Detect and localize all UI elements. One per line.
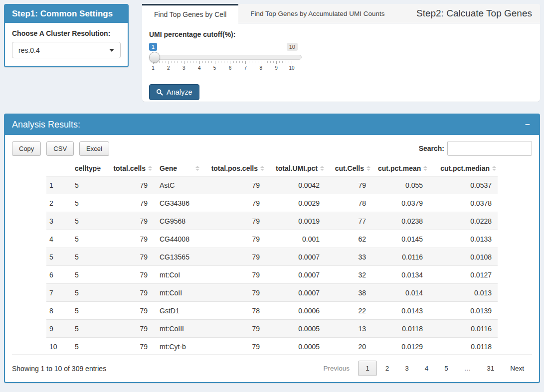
slider-major-tick	[261, 61, 261, 64]
table-cell: 3	[46, 212, 69, 230]
slider-minor-tick	[227, 61, 227, 63]
table-cell: 0.0118	[429, 338, 498, 356]
copy-button[interactable]: Copy	[12, 141, 41, 156]
slider-major-tick	[276, 61, 277, 64]
table-cell: 0.0108	[429, 248, 498, 266]
table-cell: 5	[69, 194, 101, 212]
results-table: celltypetotal.cellsGenetotal.pos.cellsto…	[46, 161, 498, 355]
excel-button[interactable]: Excel	[79, 141, 109, 156]
table-cell: CG13565	[154, 248, 201, 266]
slider-minor-tick	[270, 61, 271, 63]
analyze-button[interactable]: Analyze	[149, 84, 199, 100]
sort-arrows-icon	[96, 166, 100, 171]
slider-minor-tick	[282, 61, 283, 63]
table-cell: 79	[101, 320, 154, 338]
table-row: 8579GstD1780.0006220.01430.0139	[46, 302, 498, 320]
slider-tick-label: 4	[198, 65, 201, 71]
search-input[interactable]	[447, 141, 532, 156]
column-header-total-UMI-pct[interactable]: total.UMI.pct	[266, 161, 326, 176]
column-header-total-cells[interactable]: total.cells	[101, 161, 154, 176]
table-cell: CG9568	[154, 212, 201, 230]
column-header-cut-pct-median[interactable]: cut.pct.median	[429, 161, 498, 176]
slider-tick-label: 3	[182, 65, 185, 71]
pagination-page-2[interactable]: 2	[378, 361, 397, 376]
slider-minor-tick	[252, 61, 252, 63]
column-header-label: Gene	[160, 164, 177, 172]
cluster-resolution-select[interactable]: res.0.4	[12, 42, 121, 58]
results-panel-title: Analysis Results:	[12, 120, 80, 130]
column-header-cut-Cells[interactable]: cut.Cells	[326, 161, 372, 176]
slider-minor-tick	[239, 61, 240, 63]
table-cell: 5	[69, 284, 101, 302]
table-cell: 5	[46, 248, 69, 266]
table-row: 1579AstC790.0042790.0550.0537	[46, 176, 498, 194]
slider-minor-tick	[178, 61, 178, 63]
table-row: 3579CG9568790.0019770.02380.0228	[46, 212, 498, 230]
slider-minor-tick	[221, 61, 221, 63]
table-cell: 0.0007	[266, 266, 326, 284]
step1-panel-body: Choose A Cluster Resolution: res.0.4	[5, 23, 128, 66]
table-cell: 33	[326, 248, 372, 266]
table-cell: 8	[46, 302, 69, 320]
slider-minor-tick	[242, 61, 243, 63]
table-cell: 0.0005	[266, 320, 326, 338]
minus-icon[interactable]: −	[523, 120, 532, 130]
tab-find-top-genes-by-cell[interactable]: Find Top Genes by Cell	[142, 4, 238, 23]
slider-major-tick	[230, 61, 230, 64]
pagination-page-4[interactable]: 4	[417, 361, 436, 376]
sort-arrows-icon	[366, 166, 370, 171]
table-cell: mt:CoIII	[154, 320, 201, 338]
search-label: Search:	[419, 144, 444, 152]
slider-handle[interactable]	[149, 52, 160, 63]
table-row: 5579CG13565790.0007330.01160.0108	[46, 248, 498, 266]
results-panel-header: Analysis Results: −	[5, 115, 539, 135]
slider-minor-tick	[273, 61, 274, 63]
slider-minor-tick	[218, 61, 218, 63]
slider-minor-tick	[205, 61, 206, 63]
table-cell: 79	[101, 212, 154, 230]
slider-minor-tick	[236, 61, 237, 63]
pagination-page-5[interactable]: 5	[437, 361, 456, 376]
csv-button[interactable]: CSV	[46, 141, 74, 156]
table-cell: 79	[101, 194, 154, 212]
column-header-cut-pct-mean[interactable]: cut.pct.mean	[372, 161, 429, 176]
column-header-celltype[interactable]: celltype	[69, 161, 101, 176]
column-header-Gene[interactable]: Gene	[154, 161, 201, 176]
table-cell: 5	[69, 176, 101, 194]
column-header-label: total.pos.cells	[211, 164, 258, 172]
slider-minor-tick	[279, 61, 280, 63]
pagination-page-3[interactable]: 3	[397, 361, 416, 376]
table-cell: 79	[101, 302, 154, 320]
sort-arrows-icon	[195, 166, 199, 171]
table-cell: 79	[201, 266, 266, 284]
table-row: 2579CG34386790.0029780.03790.0378	[46, 194, 498, 212]
slider-tick-label: 10	[289, 65, 294, 71]
slider-minor-tick	[264, 61, 264, 63]
table-row: 9579mt:CoIII790.0005130.01180.0116	[46, 320, 498, 338]
slider-minor-tick	[159, 61, 160, 63]
pagination-previous[interactable]: Previous	[316, 361, 358, 376]
table-cell: 78	[326, 194, 372, 212]
sort-arrows-icon	[320, 166, 324, 171]
step2-panel: Find Top Genes by Cell Find Top Genes by…	[142, 4, 540, 102]
table-cell: 7	[46, 284, 69, 302]
pagination-page-1[interactable]: 1	[358, 361, 377, 376]
table-cell: 79	[201, 320, 266, 338]
slider-minor-tick	[249, 61, 249, 63]
slider-minor-tick	[166, 61, 166, 63]
tab-label: Find Top Genes by Cell	[154, 10, 226, 18]
tab-content: UMI percentage cutoff(%): 1 10 123456789…	[142, 23, 540, 102]
pagination-next[interactable]: Next	[503, 361, 532, 376]
table-cell: 0.0029	[266, 194, 326, 212]
table-cell: 0.0116	[429, 320, 498, 338]
pagination-page-31[interactable]: 31	[479, 361, 502, 376]
table-row: 6579mt:CoI790.0007320.01340.0127	[46, 266, 498, 284]
table-info: Showing 1 to 10 of 309 entries	[12, 365, 106, 373]
table-cell: 0.0228	[429, 212, 498, 230]
table-cell: 22	[326, 302, 372, 320]
table-cell: 79	[201, 176, 266, 194]
column-header-total-pos-cells[interactable]: total.pos.cells	[201, 161, 266, 176]
table-cell: mt:CoII	[154, 284, 201, 302]
tab-find-top-genes-by-accumulated-umi-counts[interactable]: Find Top Genes by Accumulated UMI Counts	[238, 4, 396, 23]
slider-track[interactable]	[149, 55, 302, 60]
